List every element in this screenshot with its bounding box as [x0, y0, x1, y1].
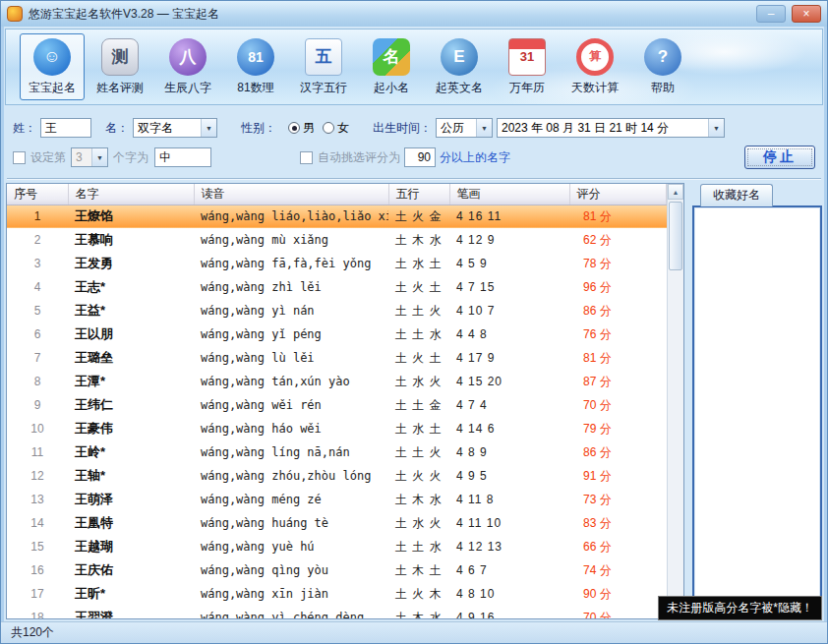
table-row[interactable]: 15 王越瑚 wáng,wàng yuè hú 土 土 水 4 12 13 66… — [7, 535, 667, 558]
toolbar-item-4[interactable]: 81 81数理 — [223, 33, 288, 100]
row-index: 16 — [7, 558, 68, 582]
header-name[interactable]: 名字 — [68, 184, 194, 205]
title-bar[interactable]: 悠游宝宝起名软件V3.28 — 宝宝起名 – × — [1, 1, 827, 27]
toolbar-item-3[interactable]: 八 生辰八字 — [155, 33, 220, 100]
header-strokes[interactable]: 笔画 — [449, 184, 569, 205]
toolbar-item-label: 生辰八字 — [164, 80, 211, 96]
toolbar-items: ☺ 宝宝起名 测 姓名评测 八 生辰八字 81 81数理 五 汉字五行 名 起小… — [20, 33, 695, 100]
scrollbar-track[interactable] — [668, 200, 683, 603]
scroll-up-icon[interactable]: ▲ — [668, 184, 683, 200]
toolbar-item-1[interactable]: ☺ 宝宝起名 — [20, 33, 85, 100]
row-score: 70 分 — [569, 606, 667, 618]
toolbar-item-label: 姓名评测 — [96, 80, 144, 96]
row-index: 4 — [7, 275, 68, 299]
table-row[interactable]: 6 王以朋 wáng,wàng yǐ péng 土 土 水 4 4 8 76 分 — [7, 322, 667, 346]
row-strokes: 4 15 20 — [449, 370, 569, 393]
row-name: 王慕响 — [68, 228, 194, 252]
stop-button[interactable]: 停止 — [744, 146, 815, 169]
row-score: 90 分 — [569, 582, 667, 606]
calendar-type-select[interactable]: 公历 ▼ — [436, 118, 493, 138]
table-row[interactable]: 2 王慕响 wáng,wàng mù xiǎng 土 木 水 4 12 9 62… — [7, 228, 667, 252]
toolbar-item-9[interactable]: 算 天数计算 — [562, 33, 627, 100]
header-index[interactable]: 序号 — [7, 184, 68, 205]
table-row[interactable]: 9 王纬仁 wáng,wàng wěi rén 土 土 金 4 7 4 70 分 — [7, 393, 667, 417]
row-name: 王豪伟 — [68, 417, 194, 440]
male-radio[interactable] — [288, 122, 300, 134]
table-row[interactable]: 11 王岭* wáng,wàng líng nā,nán 土 土 火 4 8 9… — [7, 440, 667, 464]
close-button[interactable]: × — [792, 5, 821, 23]
auto-pick-checkbox[interactable] — [300, 151, 313, 164]
row-score: 70 分 — [569, 393, 667, 417]
table-row[interactable]: 13 王萌泽 wáng,wàng méng zé 土 木 水 4 11 8 73… — [7, 488, 667, 511]
row-name: 王羿澄 — [68, 606, 194, 618]
row-strokes: 4 7 15 — [449, 275, 569, 299]
window-title: 悠游宝宝起名软件V3.28 — 宝宝起名 — [29, 6, 219, 23]
hanzi-wuxing-icon: 五 — [305, 38, 342, 76]
row-name: 王庆佑 — [68, 558, 194, 582]
row-name: 王岭* — [68, 440, 194, 464]
row-index: 17 — [7, 582, 68, 606]
table-row[interactable]: 10 王豪伟 wáng,wàng háo wěi 土 水 土 4 14 6 79… — [7, 417, 667, 440]
vertical-scrollbar[interactable]: ▲ ▼ — [667, 184, 683, 618]
header-score[interactable]: 评分 — [569, 184, 667, 205]
row-pinyin: wáng,wàng qìng yòu — [194, 558, 388, 582]
row-name: 王以朋 — [68, 322, 194, 346]
row-index: 18 — [7, 606, 68, 618]
row-strokes: 4 10 7 — [449, 299, 569, 322]
status-bar: 共120个 — [1, 621, 827, 643]
row-strokes: 4 12 13 — [449, 535, 569, 558]
row-index: 7 — [7, 346, 68, 370]
table-row[interactable]: 3 王发勇 wáng,wàng fā,fà,fèi yǒng 土 水 土 4 5… — [7, 252, 667, 275]
row-strokes: 4 9 5 — [449, 464, 569, 488]
birth-time-label: 出生时间： — [373, 120, 432, 137]
chevron-down-icon[interactable]: ▼ — [476, 119, 492, 137]
fix-pos-select[interactable]: 3 ▼ — [71, 147, 108, 167]
fix-pos-value: 3 — [72, 150, 91, 164]
row-strokes: 4 16 11 — [449, 205, 569, 228]
row-pinyin: wáng,wàng yuè hú — [194, 535, 388, 558]
row-strokes: 4 8 9 — [449, 440, 569, 464]
toolbar-item-6[interactable]: 名 起小名 — [359, 33, 424, 100]
name-type-value: 双字名 — [134, 120, 201, 137]
favorites-tab[interactable]: 收藏好名 — [700, 184, 773, 206]
table-row[interactable]: 8 王潭* wáng,wàng tán,xún yào 土 水 火 4 15 2… — [7, 370, 667, 393]
row-name: 王越瑚 — [68, 535, 194, 558]
toolbar-item-7[interactable]: E 起英文名 — [427, 33, 492, 100]
fix-char-input[interactable]: 中 — [154, 147, 211, 167]
fix-char-checkbox[interactable] — [13, 151, 26, 164]
toolbar-item-label: 万年历 — [509, 80, 545, 96]
table-row[interactable]: 1 王燎馅 wáng,wàng liáo,liào,liǎo xiàn 土 火 … — [7, 205, 667, 228]
toolbar-item-5[interactable]: 五 汉字五行 — [291, 33, 356, 100]
surname-input[interactable]: 王 — [40, 118, 91, 138]
row-score: 73 分 — [569, 488, 667, 511]
numerology-81-icon: 81 — [237, 38, 274, 76]
scrollbar-thumb[interactable] — [669, 202, 682, 270]
table-row[interactable]: 4 王志* wáng,wàng zhì lěi 土 火 土 4 7 15 96 … — [7, 275, 667, 299]
chevron-down-icon[interactable]: ▼ — [201, 119, 216, 137]
table-row[interactable]: 16 王庆佑 wáng,wàng qìng yòu 土 木 土 4 6 7 74… — [7, 558, 667, 582]
toolbar-item-10[interactable]: ? 帮助 — [630, 33, 695, 100]
table-row[interactable]: 5 王益* wáng,wàng yì nán 土 土 火 4 10 7 86 分 — [7, 299, 667, 322]
row-index: 13 — [7, 488, 68, 511]
row-index: 3 — [7, 252, 68, 275]
toolbar-item-2[interactable]: 测 姓名评测 — [88, 33, 152, 100]
chevron-down-icon[interactable]: ▼ — [91, 148, 107, 166]
fix-mid-label: 个字为 — [113, 149, 148, 166]
name-type-select[interactable]: 双字名 ▼ — [133, 118, 217, 138]
table-row[interactable]: 18 王羿澄 wáng,wàng yì chéng,dèng 土 木 水 4 9… — [7, 606, 667, 618]
male-label: 男 — [303, 120, 315, 137]
toolbar-item-8[interactable]: 31 万年历 — [495, 33, 560, 100]
minimize-button[interactable]: – — [756, 5, 786, 23]
female-radio[interactable] — [323, 122, 334, 134]
table-row[interactable]: 7 王璐垒 wáng,wàng lù lěi 土 火 土 4 17 9 81 分 — [7, 346, 667, 370]
auto-score-input[interactable]: 90 — [404, 147, 436, 167]
favorites-list[interactable] — [692, 205, 822, 619]
birth-datetime-select[interactable]: 2023 年 08 月 31 日 21 时 14 分 ▼ — [497, 118, 725, 138]
table-row[interactable]: 12 王轴* wáng,wàng zhóu,zhòu lóng 土 火 火 4 … — [7, 464, 667, 488]
chevron-down-icon[interactable]: ▼ — [708, 119, 724, 137]
table-row[interactable]: 14 王凰特 wáng,wàng huáng tè 土 水 火 4 11 10 … — [7, 511, 667, 535]
header-wuxing[interactable]: 五行 — [388, 184, 449, 205]
row-index: 15 — [7, 535, 68, 558]
header-pinyin[interactable]: 读音 — [194, 184, 388, 205]
table-row[interactable]: 17 王昕* wáng,wàng xīn jiàn 土 火 木 4 8 10 9… — [7, 582, 667, 606]
